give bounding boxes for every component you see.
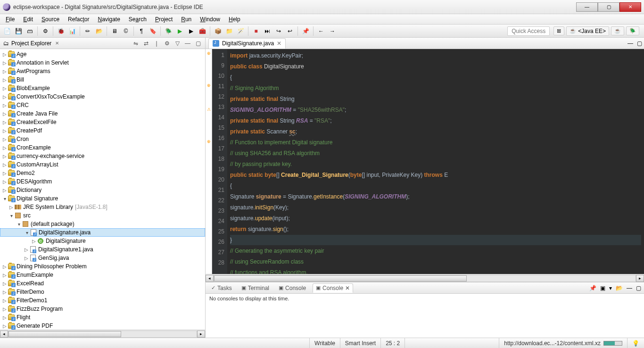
- menu-file[interactable]: File: [2, 15, 18, 24]
- edit-button[interactable]: ✏: [83, 26, 93, 36]
- scroll-thumb[interactable]: [214, 275, 467, 282]
- project-currency[interactable]: ▷currency-exchange-service: [0, 152, 205, 160]
- menu-edit[interactable]: Edit: [19, 15, 37, 24]
- mark-button[interactable]: 🔖: [148, 26, 158, 36]
- console-display-icon[interactable]: ▣: [600, 285, 605, 291]
- project-excelread[interactable]: ▷ExcelRead: [0, 279, 205, 288]
- src-folder[interactable]: ▾src: [0, 211, 205, 220]
- project-annotation[interactable]: ▷Annotation in Servlet: [0, 58, 205, 67]
- project-enum[interactable]: ▷EnumExample: [0, 271, 205, 279]
- javaee-perspective[interactable]: ☕ <Java EE>: [566, 26, 609, 36]
- digitalsignature1-java[interactable]: ▷DigitalSignature1.java: [0, 245, 205, 254]
- menu-refactor[interactable]: Refactor: [64, 15, 93, 24]
- jre-library[interactable]: ▷JRE System Library[JavaSE-1.8]: [0, 203, 205, 211]
- default-package[interactable]: ▾(default package): [0, 220, 205, 228]
- wand-button[interactable]: 🪄: [235, 26, 246, 36]
- project-blob[interactable]: ▷BlobExample: [0, 84, 205, 92]
- tab-close-icon[interactable]: ✕: [277, 40, 281, 47]
- debug-button[interactable]: 🪲: [163, 26, 173, 36]
- tab-terminal[interactable]: ▣ Terminal: [239, 284, 272, 292]
- minimize-button[interactable]: —: [576, 2, 598, 12]
- run-config-button[interactable]: 🧰: [197, 26, 207, 36]
- console-maximize-icon[interactable]: ▢: [636, 285, 641, 291]
- scroll-left-icon[interactable]: ◂: [206, 275, 214, 282]
- step-button[interactable]: ↪: [273, 26, 284, 36]
- project-age[interactable]: ▷Age: [0, 50, 205, 58]
- java-perspective[interactable]: ☕: [611, 26, 624, 35]
- scroll-right-icon[interactable]: ▸: [197, 331, 205, 338]
- project-pdf[interactable]: ▷CreatePdf: [0, 126, 205, 135]
- console-dropdown-icon[interactable]: ▾: [609, 285, 612, 291]
- open-type-button[interactable]: 📂: [94, 26, 104, 36]
- scroll-thumb[interactable]: [8, 331, 121, 337]
- focus-icon[interactable]: ⚙: [163, 39, 171, 48]
- project-genpdf[interactable]: ▷Generate PDF: [0, 322, 205, 330]
- close-button[interactable]: ✕: [619, 2, 641, 12]
- console-open-icon[interactable]: 📂: [616, 285, 623, 291]
- project-cronex[interactable]: ▷CronExample: [0, 143, 205, 152]
- tab-tasks[interactable]: ✓ Tasks: [208, 284, 235, 292]
- project-flight[interactable]: ▷Flight: [0, 313, 205, 322]
- project-fizzbuzz[interactable]: ▷FizzBuzz Program: [0, 305, 205, 313]
- editor-body[interactable]: ⊕ ⊕ ⚠ ⊕ 19101112131415161718192021222324…: [206, 49, 644, 274]
- project-dining[interactable]: ▷Dining Philosopher Problem: [0, 262, 205, 271]
- new-button[interactable]: 📄: [2, 26, 12, 36]
- new-package-button[interactable]: 📦: [213, 26, 223, 36]
- open-perspective-button[interactable]: ⊞: [553, 26, 564, 35]
- project-customarr[interactable]: ▷CustomArrayList: [0, 160, 205, 169]
- forward-button[interactable]: →: [327, 26, 338, 36]
- coverage-button[interactable]: 📊: [67, 26, 77, 36]
- run-external-button[interactable]: ▶: [186, 26, 196, 36]
- collapse-all-icon[interactable]: ⇋: [132, 39, 140, 48]
- stop-button[interactable]: ■: [251, 26, 261, 36]
- skip-button[interactable]: ⏭: [262, 26, 272, 36]
- open-button[interactable]: 📁: [224, 26, 234, 36]
- run-button[interactable]: ▶: [174, 26, 185, 36]
- maximize-pane-icon[interactable]: ▢: [194, 39, 202, 48]
- menu-window[interactable]: Window: [196, 15, 224, 24]
- pin-button[interactable]: 📌: [300, 26, 311, 36]
- warning-marker-icon[interactable]: ⚠: [206, 105, 212, 113]
- save-button[interactable]: 💾: [13, 26, 24, 36]
- editor-tab-digitalsignature[interactable]: DigitalSignature.java ✕: [208, 38, 286, 49]
- view-menu-icon[interactable]: ▽: [173, 39, 182, 48]
- gensig-java[interactable]: ▷GenSig.java: [0, 254, 205, 262]
- project-digital-signature[interactable]: ▾Digital Signature: [0, 194, 205, 203]
- minimize-pane-icon[interactable]: —: [183, 39, 192, 48]
- tab-console-2[interactable]: ▣ Console ✕: [313, 283, 353, 293]
- menu-source[interactable]: Source: [38, 15, 63, 24]
- project-dict[interactable]: ▷Dictionary: [0, 186, 205, 194]
- menu-project[interactable]: Project: [151, 15, 176, 24]
- project-createjava[interactable]: ▷Create Java File: [0, 109, 205, 118]
- maximize-button[interactable]: ▢: [598, 2, 619, 12]
- explorer-close-icon[interactable]: ✕: [55, 41, 59, 46]
- project-awt[interactable]: ▷AwtPrograms: [0, 67, 205, 75]
- menu-help[interactable]: Help: [225, 15, 244, 24]
- console-minimize-icon[interactable]: —: [627, 285, 632, 291]
- project-filter1[interactable]: ▷FilterDemo1: [0, 296, 205, 305]
- scroll-right-icon[interactable]: ▸: [636, 275, 644, 282]
- debug-last-button[interactable]: 🐞: [56, 26, 66, 36]
- menu-navigate[interactable]: Navigate: [94, 15, 124, 24]
- explorer-scrollbar[interactable]: ◂ ▸: [0, 330, 205, 338]
- editor-minimize-icon[interactable]: —: [626, 40, 635, 47]
- tab-close-icon[interactable]: ✕: [345, 285, 350, 291]
- toggle-block-button[interactable]: ¶: [136, 26, 147, 36]
- build-button[interactable]: ⚙: [40, 26, 50, 36]
- fold-marker-icon[interactable]: ⊕: [206, 49, 212, 57]
- new-class-button[interactable]: ©: [121, 26, 131, 36]
- back-button[interactable]: ←: [316, 26, 326, 36]
- project-crc[interactable]: ▷CRC: [0, 101, 205, 109]
- project-cron[interactable]: ▷Cron: [0, 135, 205, 143]
- link-editor-icon[interactable]: ⇄: [142, 39, 150, 48]
- project-tree[interactable]: ▷Age ▷Annotation in Servlet ▷AwtPrograms…: [0, 49, 205, 330]
- save-all-button[interactable]: 🗃: [25, 26, 35, 36]
- editor-maximize-icon[interactable]: ▢: [635, 40, 644, 47]
- code-area[interactable]: import java.security.KeyPair; public cla…: [227, 49, 644, 274]
- scroll-track[interactable]: [8, 331, 197, 338]
- fold-marker-icon[interactable]: ⊕: [206, 81, 212, 89]
- scroll-track[interactable]: [214, 275, 636, 282]
- menu-run[interactable]: Run: [177, 15, 195, 24]
- menu-search[interactable]: Search: [125, 15, 150, 24]
- status-tip-icon[interactable]: 💡: [627, 338, 644, 348]
